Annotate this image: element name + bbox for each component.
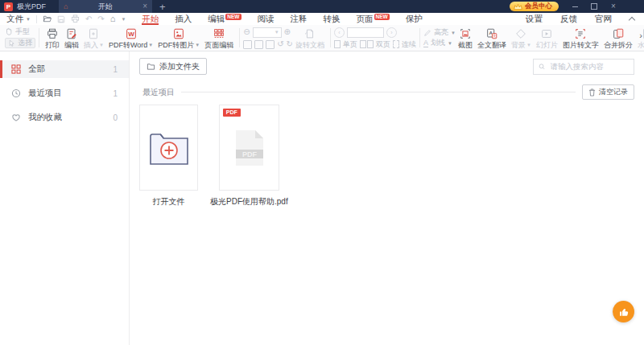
sidebar-item-recent[interactable]: 最近项目 1	[0, 84, 129, 102]
open-file-card[interactable]	[139, 105, 198, 191]
previous-page-icon[interactable]: ‹	[334, 27, 345, 38]
title-bar: P 极光PDF ⌂ 开始 × + 会员中心 ×	[0, 0, 644, 13]
app-name: 极光PDF	[17, 2, 46, 12]
menu-tab-annotate[interactable]: 注释	[283, 13, 316, 25]
home-shortcut-icon[interactable]: ⌂	[110, 14, 116, 23]
menu-tab-start[interactable]: 开始	[134, 13, 167, 25]
screenshot-button[interactable]: 截图	[456, 27, 475, 49]
insert-label: 插入	[84, 42, 98, 49]
next-page-icon[interactable]: ›	[386, 27, 397, 38]
double-page-icon	[360, 40, 374, 48]
insert-button[interactable]: 插入▼	[81, 27, 106, 49]
menu-tab-protect[interactable]: 保护	[398, 13, 431, 25]
item-count: 0	[113, 113, 118, 122]
slideshow-button[interactable]: 幻灯片	[534, 27, 560, 49]
continuous-label: 连续	[402, 41, 416, 48]
tab-label: 开始	[68, 2, 142, 12]
document-tab[interactable]: ⌂ 开始 ×	[59, 0, 152, 13]
menu-tab-edit[interactable]: 编辑NEW	[200, 13, 249, 25]
open-file-card-wrap: 打开文件	[139, 105, 198, 207]
slideshow-label: 幻灯片	[536, 42, 558, 49]
sidebar-item-favorites[interactable]: 我的收藏 0	[0, 109, 129, 126]
window-controls: ×	[565, 0, 623, 13]
website-link[interactable]: 官网	[595, 14, 612, 25]
more-tools-arrow[interactable]: ›	[639, 31, 642, 40]
file-menu-label: 文件	[6, 14, 23, 25]
underline-button[interactable]: A 划线 ▼	[423, 39, 456, 47]
sidebar: 全部 1 最近项目 1 我的收藏 0	[0, 51, 130, 345]
zoom-out-icon[interactable]: ⊖	[243, 28, 250, 36]
maximize-button[interactable]	[584, 0, 604, 13]
member-center-button[interactable]: 会员中心	[510, 2, 559, 11]
hand-tool-label: 手型	[15, 28, 30, 35]
zoom-level-input[interactable]: ▼	[253, 27, 282, 38]
actual-size-icon[interactable]	[243, 40, 252, 49]
pdf-to-word-icon: W	[125, 27, 138, 40]
screenshot-label: 截图	[458, 42, 473, 49]
feedback-fab-button[interactable]	[613, 301, 634, 322]
settings-link[interactable]: 设置	[526, 14, 543, 25]
sidebar-item-all[interactable]: 全部 1	[0, 60, 129, 78]
page-edit-button[interactable]: 页面编辑	[202, 27, 236, 49]
print-button[interactable]: 打印	[43, 27, 62, 49]
collapse-ribbon-icon[interactable]	[629, 17, 635, 23]
merge-split-icon	[612, 27, 625, 40]
feedback-link[interactable]: 反馈	[560, 14, 577, 25]
close-button[interactable]: ×	[604, 0, 623, 13]
merge-split-button[interactable]: 合并拆分	[601, 27, 635, 49]
open-file-icon[interactable]	[43, 14, 52, 23]
search-icon	[539, 63, 546, 71]
search-input[interactable]	[549, 61, 629, 72]
tab-close-icon[interactable]: ×	[142, 2, 147, 10]
edit-button[interactable]: 编辑	[62, 27, 81, 49]
save-icon[interactable]	[57, 15, 65, 23]
file-menu[interactable]: 文件 ▼	[6, 14, 31, 25]
menu-tab-insert[interactable]: 插入	[167, 13, 200, 25]
menu-tab-page[interactable]: 页面NEW	[349, 13, 398, 25]
sidebar-item-label: 我的收藏	[28, 112, 62, 123]
highlight-button[interactable]: 高亮 ▼	[423, 29, 456, 37]
pdf-to-image-button[interactable]: PDF转图片▼	[155, 27, 202, 49]
add-folder-button[interactable]: 添加文件夹	[139, 58, 207, 75]
section-title: 最近项目	[142, 87, 175, 98]
main-content: 添加文件夹 最近项目 清空记录	[130, 51, 644, 345]
fit-width-icon[interactable]	[254, 40, 263, 49]
pdf-to-word-button[interactable]: W PDF转Word▼	[106, 27, 155, 49]
menu-tab-read[interactable]: 阅读	[250, 13, 283, 25]
rotate-left-icon[interactable]: ↺	[277, 40, 283, 48]
clear-records-button[interactable]: 清空记录	[582, 84, 634, 100]
tab-text: 页面	[357, 14, 374, 23]
fit-page-icon[interactable]	[266, 40, 275, 49]
annotation-group: 高亮 ▼ A 划线 ▼	[423, 29, 456, 47]
translate-icon: A文	[485, 27, 498, 40]
caret-down-icon: ▼	[526, 43, 531, 47]
tool-mode-group: 手型 选择	[5, 27, 35, 48]
quick-access-toolbar: ↶ ↷ ⌂ ▼	[43, 14, 126, 23]
trash-icon	[588, 88, 596, 97]
translate-button[interactable]: A文 全文翻译	[475, 27, 509, 49]
double-page-button[interactable]: 双页	[360, 40, 390, 48]
rotate-document-button[interactable]: 旋转文档	[293, 27, 327, 49]
rotate-document-label: 旋转文档	[295, 42, 324, 49]
hand-tool-button[interactable]: 手型	[5, 27, 35, 35]
single-page-button[interactable]: 单页	[334, 40, 357, 48]
select-tool-button[interactable]: 选择	[5, 38, 35, 48]
print-icon[interactable]	[71, 14, 80, 23]
customize-caret-icon[interactable]: ▼	[121, 17, 126, 22]
minimize-button[interactable]	[565, 0, 584, 13]
continuous-button[interactable]: 连续	[393, 40, 416, 48]
new-tab-button[interactable]: +	[159, 2, 166, 12]
pdf-file-card[interactable]: PDF PDF	[219, 105, 279, 191]
background-button[interactable]: 背景▼	[509, 27, 534, 49]
zoom-in-icon[interactable]: ⊕	[284, 28, 291, 36]
ribbon-tabs: 开始 插入 编辑NEW 阅读 注释 转换 页面NEW 保护	[134, 13, 430, 25]
rotate-right-icon[interactable]: ↻	[287, 40, 293, 48]
image-to-text-button[interactable]: 图片转文字	[560, 27, 601, 49]
page-number-input[interactable]	[347, 27, 384, 38]
redo-icon[interactable]: ↷	[97, 15, 104, 23]
translate-label: 全文翻译	[477, 42, 506, 49]
item-count: 1	[113, 89, 118, 98]
undo-icon[interactable]: ↶	[85, 15, 92, 23]
menu-tab-convert[interactable]: 转换	[316, 13, 349, 25]
search-box[interactable]	[533, 59, 634, 75]
